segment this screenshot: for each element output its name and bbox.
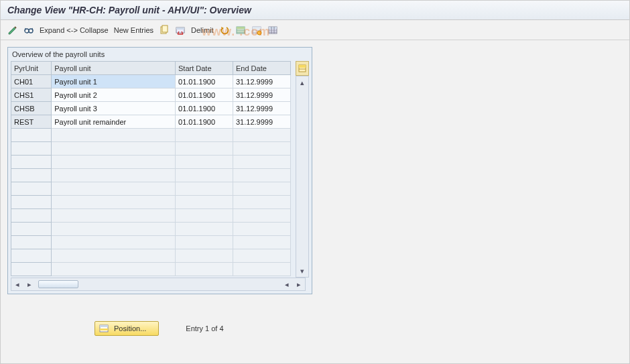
cell-empty: [11, 169, 52, 182]
cell-empty: [233, 236, 290, 249]
cell-payroll-unit[interactable]: Payroll unit 1: [52, 75, 176, 88]
cell-start-date[interactable]: 01.01.1900: [176, 88, 233, 102]
cell-pyrunit[interactable]: CHSB: [11, 102, 52, 115]
cell-empty: [233, 196, 290, 209]
cell-payroll-unit[interactable]: Payroll unit remainder: [52, 115, 176, 129]
table-header-row: PyrUnit Payroll unit Start Date End Date: [11, 62, 291, 75]
cell-start-date[interactable]: 01.01.1900: [176, 102, 233, 115]
scroll-right-icon[interactable]: ◂: [281, 278, 293, 290]
cell-empty: [52, 209, 176, 223]
cell-empty: [176, 156, 233, 169]
col-end-date[interactable]: End Date: [233, 62, 290, 75]
cell-end-date[interactable]: 31.12.9999: [233, 115, 290, 129]
cell-empty: [176, 249, 233, 263]
glasses-icon[interactable]: [23, 25, 34, 36]
cell-end-date[interactable]: 31.12.9999: [233, 75, 290, 88]
svg-rect-16: [100, 325, 108, 327]
col-payroll-unit[interactable]: Payroll unit: [52, 62, 176, 75]
cell-payroll-unit[interactable]: Payroll unit 3: [52, 102, 176, 115]
select-all-icon[interactable]: [235, 25, 246, 36]
cell-empty: [11, 209, 52, 223]
panel-title: Overview of the payroll units: [8, 48, 312, 61]
table-row-empty: [11, 209, 291, 223]
cell-empty: [233, 249, 290, 263]
cell-empty: [11, 223, 52, 236]
cell-empty: [176, 209, 233, 223]
vertical-scrollbar[interactable]: ▴ ▾: [296, 76, 309, 278]
table-row[interactable]: CHS1Payroll unit 201.01.190031.12.9999: [11, 88, 291, 102]
position-button[interactable]: Position...: [94, 321, 159, 336]
scroll-thumb[interactable]: [38, 280, 78, 288]
position-button-label: Position...: [114, 324, 146, 332]
svg-rect-3: [162, 25, 168, 32]
expand-collapse-button[interactable]: Expand <-> Collapse: [40, 26, 109, 34]
cell-pyrunit[interactable]: REST: [11, 115, 52, 129]
scroll-left-start-icon[interactable]: ◂: [11, 278, 23, 290]
cell-empty: [176, 182, 233, 196]
scroll-left-icon[interactable]: ▸: [23, 278, 36, 290]
cell-start-date[interactable]: 01.01.1900: [176, 115, 233, 129]
cell-payroll-unit[interactable]: Payroll unit 2: [52, 88, 176, 102]
horizontal-scrollbar[interactable]: ◂ ▸ ◂ ▸: [11, 278, 306, 291]
cell-empty: [52, 196, 176, 209]
table-row-empty: [11, 156, 291, 169]
deselect-all-icon[interactable]: [251, 25, 262, 36]
cell-empty: [52, 263, 176, 276]
cell-pyrunit[interactable]: CHS1: [11, 88, 52, 102]
cell-pyrunit[interactable]: CH01: [11, 75, 52, 88]
cell-end-date[interactable]: 31.12.9999: [233, 88, 290, 102]
table-config-button[interactable]: [296, 61, 309, 76]
scroll-right-end-icon[interactable]: ▸: [293, 278, 305, 290]
cell-empty: [176, 169, 233, 182]
toolbar: Expand <-> Collapse New Entries Delimit: [1, 20, 629, 40]
scroll-up-icon[interactable]: ▴: [296, 76, 308, 88]
cell-empty: [11, 129, 52, 142]
svg-rect-14: [299, 65, 306, 68]
svg-rect-7: [237, 27, 245, 29]
cell-end-date[interactable]: 31.12.9999: [233, 102, 290, 115]
delimit-button[interactable]: Delimit: [191, 26, 214, 34]
table-row-empty: [11, 129, 291, 142]
cell-empty: [176, 223, 233, 236]
svg-rect-17: [100, 328, 108, 330]
page-title: Change View "HR-CH: Payroll unit - AHV/U…: [1, 1, 629, 20]
cell-empty: [233, 182, 290, 196]
table-row-empty: [11, 223, 291, 236]
table-row-empty: [11, 142, 291, 156]
table-row-empty: [11, 196, 291, 209]
payroll-units-table: PyrUnit Payroll unit Start Date End Date…: [11, 61, 291, 276]
cell-empty: [11, 236, 52, 249]
toggle-display-change-icon[interactable]: [7, 25, 18, 36]
cell-empty: [11, 263, 52, 276]
col-start-date[interactable]: Start Date: [176, 62, 233, 75]
entry-count-text: Entry 1 of 4: [186, 324, 223, 332]
cell-empty: [52, 142, 176, 156]
svg-rect-9: [253, 27, 261, 29]
cell-empty: [52, 156, 176, 169]
cell-empty: [52, 223, 176, 236]
cell-empty: [11, 196, 52, 209]
cell-empty: [52, 169, 176, 182]
table-row-empty: [11, 263, 291, 276]
cell-empty: [11, 142, 52, 156]
cell-empty: [233, 129, 290, 142]
delete-row-icon[interactable]: [175, 25, 186, 36]
new-entries-button[interactable]: New Entries: [114, 26, 153, 34]
table-row[interactable]: RESTPayroll unit remainder01.01.190031.1…: [11, 115, 291, 129]
table-row-empty: [11, 249, 291, 263]
col-pyrunit[interactable]: PyrUnit: [11, 62, 52, 75]
table-row-empty: [11, 169, 291, 182]
table-settings-icon[interactable]: [267, 25, 278, 36]
scroll-down-icon[interactable]: ▾: [296, 265, 308, 277]
cell-empty: [176, 129, 233, 142]
cell-start-date[interactable]: 01.01.1900: [176, 75, 233, 88]
payroll-units-panel: Overview of the payroll units ▴ ▾ PyrUni…: [7, 47, 312, 294]
table-row[interactable]: CH01Payroll unit 101.01.190031.12.9999: [11, 75, 291, 88]
cell-empty: [11, 249, 52, 263]
position-icon: [99, 324, 109, 333]
copy-icon[interactable]: [159, 25, 170, 36]
table-row-empty: [11, 182, 291, 196]
undo-icon[interactable]: [219, 25, 230, 36]
cell-empty: [176, 196, 233, 209]
table-row[interactable]: CHSBPayroll unit 301.01.190031.12.9999: [11, 102, 291, 115]
